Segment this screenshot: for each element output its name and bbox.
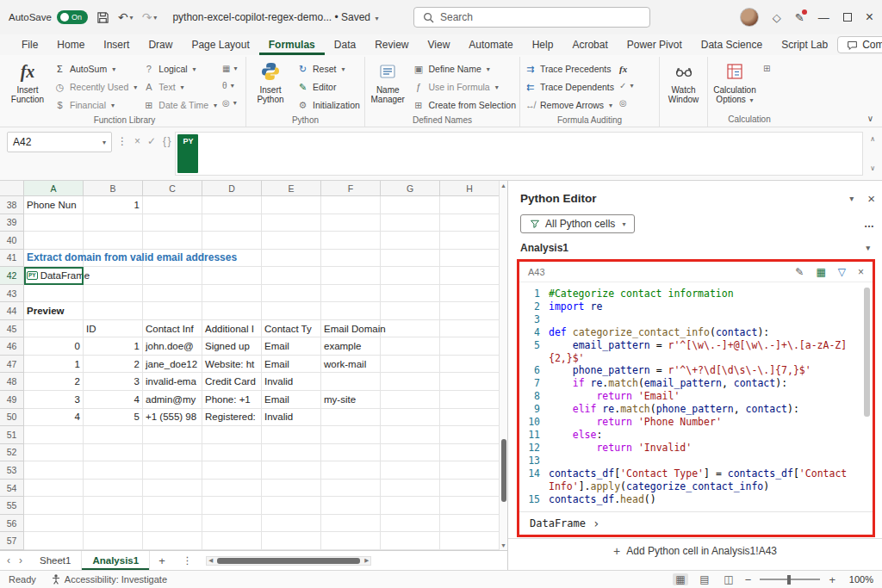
date-time-button[interactable]: ⊞Date & Time▾ (142, 96, 217, 114)
cell-F50[interactable] (321, 409, 381, 427)
cell-D47[interactable]: Website: ht (202, 356, 262, 374)
cell-E40[interactable] (262, 232, 321, 250)
cell-B40[interactable] (84, 232, 143, 250)
cell-D46[interactable]: Signed up (202, 337, 262, 356)
zoom-level[interactable]: 100% (844, 574, 873, 585)
name-box-dropdown-icon[interactable]: ▾ (102, 139, 106, 146)
ribbon-tab-script-lab[interactable]: Script Lab (772, 34, 837, 55)
cell-B39[interactable] (84, 214, 143, 232)
watch-window-button[interactable]: Watch Window (663, 58, 704, 104)
ribbon-tab-draw[interactable]: Draw (139, 34, 182, 55)
use-in-formula-button[interactable]: ƒUse in Formula▾ (412, 78, 516, 96)
ribbon-tab-file[interactable]: File (12, 34, 47, 55)
define-name-button[interactable]: ▣Define Name▾ (412, 60, 516, 77)
code-line-5[interactable]: 5 email_pattern = r'^[\w\.-]+@[\w\.-]+\.… (521, 339, 859, 365)
cell-F44[interactable] (321, 302, 381, 320)
cell-F55[interactable] (321, 497, 381, 515)
page-layout-view-button[interactable]: ▤ (697, 573, 712, 585)
comments-button[interactable]: Comments (837, 36, 882, 53)
cell-A52[interactable] (24, 444, 84, 462)
cell-B42[interactable] (84, 267, 143, 285)
code-line-9[interactable]: 9 elif re.match(phone_pattern, contact): (521, 403, 859, 416)
python-cells-filter-button[interactable]: All Python cells ▾ (520, 214, 635, 233)
cell-H52[interactable] (440, 444, 500, 462)
formula-bar-scroll-down-icon[interactable]: ∨ (870, 164, 875, 172)
cell-F46[interactable]: example (321, 337, 381, 356)
code-line-10[interactable]: 10 return 'Phone Number' (521, 416, 859, 429)
cell-B56[interactable] (84, 515, 143, 533)
cell-F40[interactable] (321, 232, 381, 250)
hscroll-right-arrow[interactable]: ▶ (363, 557, 370, 564)
cell-H46[interactable] (440, 337, 500, 356)
cell-B49[interactable]: 4 (84, 391, 143, 409)
row-header-42[interactable]: 42 (0, 267, 24, 285)
cell-E45[interactable]: Contact Ty (262, 320, 321, 338)
ribbon-tab-power-pivot[interactable]: Power Pivot (618, 34, 692, 55)
cell-G45[interactable] (381, 320, 440, 338)
dataframe-output-row[interactable]: DataFrame › (519, 511, 873, 535)
row-header-40[interactable]: 40 (0, 232, 24, 250)
autosave-toggle[interactable]: AutoSave On (9, 10, 88, 24)
remove-arrows-button[interactable]: ↮Remove Arrows▾ (524, 96, 614, 114)
row-header-49[interactable]: 49 (0, 391, 24, 409)
sheet-section-label[interactable]: Analysis1 (520, 242, 568, 254)
cell-G41[interactable] (381, 250, 440, 268)
logical-button[interactable]: ?Logical▾ (142, 60, 217, 77)
row-header-55[interactable]: 55 (0, 497, 24, 515)
cell-E53[interactable] (262, 461, 321, 480)
cell-E44[interactable] (262, 302, 321, 320)
cell-A48[interactable]: 2 (24, 373, 84, 391)
python-editor-button[interactable]: ✎Editor (296, 78, 360, 96)
column-header-D[interactable]: D (202, 181, 262, 196)
code-line-8[interactable]: 8 return 'Email' (521, 390, 859, 403)
row-header-54[interactable]: 54 (0, 480, 24, 498)
cell-G56[interactable] (381, 515, 440, 533)
code-line-4[interactable]: 4def categorize_contact_info(contact): (521, 326, 859, 339)
cell-E49[interactable]: Email (262, 391, 321, 409)
cell-G47[interactable] (381, 356, 440, 374)
minimize-button[interactable]: — (818, 11, 829, 24)
cell-D49[interactable]: Phone: +1 (202, 391, 262, 409)
cell-G48[interactable] (381, 373, 440, 391)
cell-F49[interactable]: my-site (321, 391, 381, 409)
cell-B51[interactable] (84, 426, 143, 444)
text-button[interactable]: AText▾ (142, 78, 217, 96)
add-python-cell-button[interactable]: + Add Python cell in Analysis1!A43 (508, 538, 882, 562)
cell-A47[interactable]: 1 (24, 356, 84, 374)
row-header-41[interactable]: 41 (0, 250, 24, 268)
sheet-nav-right-icon[interactable]: › (19, 554, 22, 566)
cell-E54[interactable] (262, 480, 321, 498)
undo-button[interactable]: ↶▾ (118, 10, 134, 24)
cell-E39[interactable] (262, 214, 321, 232)
cell-C50[interactable]: +1 (555) 98 (143, 409, 202, 427)
cell-D54[interactable] (202, 480, 262, 498)
row-header-57[interactable]: 57 (0, 532, 24, 550)
cell-H39[interactable] (440, 214, 500, 232)
ribbon-tab-data[interactable]: Data (325, 34, 365, 55)
cell-B52[interactable] (84, 444, 143, 462)
name-box[interactable]: A42 ▾ (7, 132, 112, 152)
cell-B38[interactable]: 1 (84, 196, 143, 214)
page-break-view-button[interactable]: ◫ (721, 573, 736, 585)
cell-E56[interactable] (262, 515, 321, 533)
cell-D38[interactable] (202, 196, 262, 214)
code-line-6[interactable]: 6 phone_pattern = r'^\+?\d[\d\s\-\.]{7,}… (521, 364, 859, 377)
row-header-53[interactable]: 53 (0, 461, 24, 480)
cell-H49[interactable] (440, 391, 500, 409)
cell-C44[interactable] (143, 302, 202, 320)
cell-A56[interactable] (24, 515, 84, 533)
search-input[interactable]: Search (413, 7, 650, 28)
cell-C38[interactable] (143, 196, 202, 214)
error-checking-button[interactable]: ✓▾ (619, 77, 633, 94)
column-header-F[interactable]: F (321, 181, 381, 196)
ribbon-tab-help[interactable]: Help (523, 34, 563, 55)
pane-more-icon[interactable]: … (864, 218, 875, 230)
cell-C46[interactable]: john.doe@ (143, 337, 202, 356)
cell-H44[interactable] (440, 302, 500, 320)
code-line-3[interactable]: 3 (521, 313, 859, 326)
cell-F38[interactable] (321, 196, 381, 214)
cell-D53[interactable] (202, 461, 262, 480)
cell-G54[interactable] (381, 480, 440, 498)
calculation-options-button[interactable]: Calculation Options ▾ (711, 58, 758, 105)
ribbon-tab-view[interactable]: View (419, 34, 460, 55)
